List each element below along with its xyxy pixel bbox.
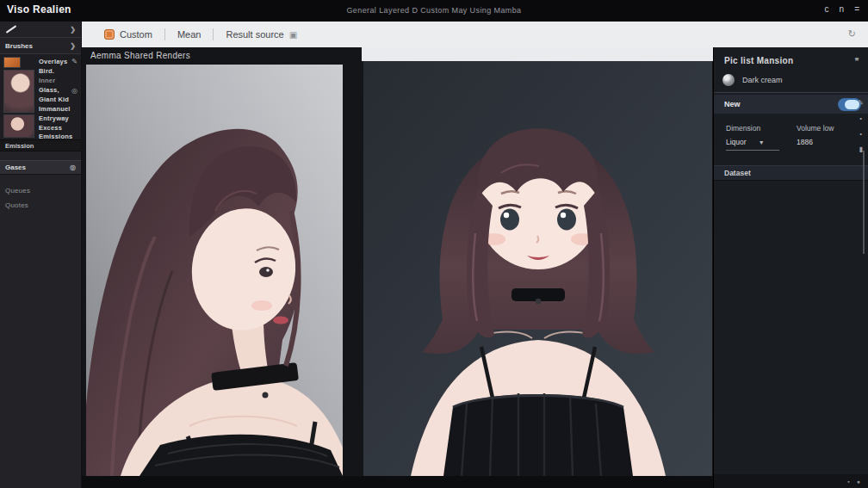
footer-circle-icon[interactable]: ● <box>857 479 860 485</box>
dimension-dropdown[interactable]: Liquor ▼ <box>726 138 779 146</box>
refresh-icon[interactable]: ↻ <box>848 28 856 40</box>
left-portrait-svg <box>86 65 343 476</box>
brushes-section-row[interactable]: Brushes ❯ <box>0 38 81 54</box>
toolbar: Custom Mean Result source ▣ ↻ <box>82 22 868 47</box>
panel-title: Pic list Mansion <box>724 56 793 65</box>
footer-dot-icon[interactable]: ▪ <box>847 479 849 485</box>
layer-item[interactable]: Overlays <box>39 58 67 65</box>
layer-thumbnail-portrait-2[interactable] <box>3 114 34 138</box>
new-toggle-row: New <box>714 95 868 114</box>
layer-thumbnail-portrait-1[interactable] <box>3 70 34 113</box>
volume-field: Volume low 1886 <box>797 124 834 146</box>
tab-mean[interactable]: Mean <box>165 22 214 47</box>
tab-result-source[interactable]: Result source ▣ <box>214 22 309 47</box>
tab-label: Mean <box>177 29 202 40</box>
dot-icon[interactable]: • <box>859 114 862 122</box>
field-underline <box>726 150 779 151</box>
right-panel: Pic list Mansion ❞ Dark cream New Dimens… <box>713 47 868 488</box>
orange-swatch-icon <box>104 29 115 40</box>
group-label: Gases <box>5 164 26 171</box>
dimension-label: Dimension <box>726 124 779 133</box>
layer-item[interactable]: Emissions <box>39 133 72 140</box>
tab-custom[interactable]: Custom <box>92 22 164 47</box>
window-control-2-icon[interactable]: n <box>840 4 845 14</box>
pen-icon[interactable]: ✎ <box>71 58 78 65</box>
layer-item[interactable]: Bird. <box>39 67 54 75</box>
titlebar: Viso Realien General Layered D Custom Ma… <box>0 0 868 22</box>
tab-label: Custom <box>120 29 152 40</box>
dataset-label: Dataset <box>724 169 751 177</box>
quote-icon[interactable]: ❞ <box>855 57 859 65</box>
pencil-icon <box>6 25 17 34</box>
panel-footer: ▪ ● <box>714 474 868 488</box>
layer-item[interactable]: Glass, <box>39 86 59 94</box>
window-control-1-icon[interactable]: c <box>825 4 829 14</box>
chevron-right-icon: ❯ <box>70 42 76 50</box>
pen-icon[interactable]: ✎ <box>858 99 864 107</box>
panel-side-icons: ✎ • • ▮ <box>858 99 864 153</box>
dataset-row[interactable]: Dataset <box>714 165 868 181</box>
dimension-value: Liquor <box>726 138 747 146</box>
counter-badge-icon[interactable]: ◎ <box>71 87 78 95</box>
document-title: General Layered D Custom May Using Mamba <box>0 6 868 15</box>
left-portrait-image <box>86 65 343 476</box>
panel-scrollbar[interactable] <box>863 151 865 254</box>
dimension-field: Dimension Liquor ▼ <box>726 124 779 151</box>
material-row[interactable]: Dark cream <box>714 71 868 93</box>
sidebar-link[interactable]: Quotes <box>5 201 76 209</box>
chevron-right-icon: ❯ <box>70 26 76 34</box>
right-portrait-image <box>363 61 712 476</box>
sidebar-links: Queues Quotes <box>0 175 81 209</box>
canvas-caption: Aemma Shared Renders <box>90 51 190 60</box>
canvas-area: Aemma Shared Renders <box>82 47 713 488</box>
dropdown-caret-icon: ▼ <box>759 139 765 145</box>
layer-item[interactable]: Entryway <box>39 114 69 122</box>
group-row[interactable]: Gases ◎ <box>0 160 81 175</box>
material-label: Dark cream <box>742 76 783 84</box>
window-controls: c n = <box>825 4 859 14</box>
layer-item[interactable]: Inner <box>39 77 55 84</box>
parameter-fields: Dimension Liquor ▼ Volume low 1886 <box>714 114 868 124</box>
volume-value-input[interactable]: 1886 <box>797 138 834 146</box>
volume-value: 1886 <box>797 138 813 146</box>
dot-icon[interactable]: • <box>859 130 862 138</box>
panel-header: Pic list Mansion ❞ <box>714 47 868 71</box>
layer-item[interactable]: Immanuel <box>39 105 71 113</box>
layer-list: Overlays Bird. Inner Glass, Giant Kid Im… <box>0 54 81 140</box>
tool-row-pencil[interactable]: ❯ <box>0 22 81 38</box>
brushes-label: Brushes <box>5 42 33 50</box>
bottom-bar <box>82 476 713 488</box>
window-control-3-icon[interactable]: = <box>854 4 859 14</box>
layer-item[interactable]: Giant Kid <box>39 96 69 103</box>
sphere-icon <box>722 74 735 86</box>
tab-label: Result source <box>226 29 283 40</box>
left-sidebar: ❯ Brushes ❯ Overlays Bird. Inner Glass, … <box>0 22 82 488</box>
layer-item[interactable]: Excess <box>39 124 62 132</box>
footer-label: Emission <box>5 142 34 150</box>
layer-list-footer[interactable]: Emission <box>0 140 81 151</box>
volume-label: Volume low <box>797 124 834 133</box>
right-image-top-strip <box>362 47 713 61</box>
sidebar-link[interactable]: Queues <box>5 187 76 195</box>
stamp-badge-icon: ▣ <box>289 30 297 40</box>
right-portrait-svg <box>363 61 712 476</box>
target-icon: ◎ <box>70 164 76 171</box>
layer-thumbnail-orange[interactable] <box>3 57 21 68</box>
app-window: Viso Realien General Layered D Custom Ma… <box>0 0 868 488</box>
toggle-label: New <box>724 100 838 108</box>
